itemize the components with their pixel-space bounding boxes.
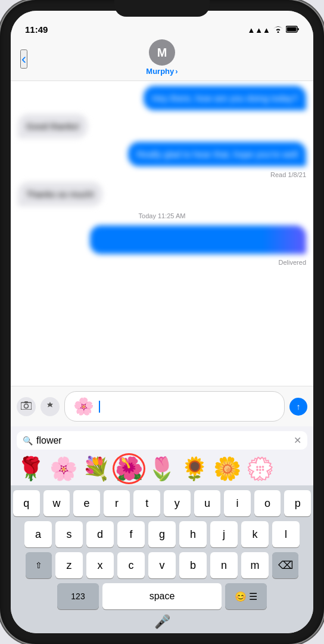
read-receipt: Read 1/8/21 (18, 171, 306, 178)
key-x[interactable]: x (86, 552, 114, 578)
messages-header: ‹ M Murphy › (11, 37, 313, 81)
message-bubble-outgoing-1: Hey there, how are you doing today? (144, 86, 306, 110)
camera-button[interactable] (17, 397, 36, 416)
message-bubble-incoming-1: Good thanks! (18, 114, 88, 138)
keyboard-bottom-row: 123 space 😊 ☰ (13, 583, 311, 609)
search-magnifier-icon: 🔍 (23, 436, 33, 445)
message-row-1: Hey there, how are you doing today? (18, 86, 306, 110)
key-b[interactable]: b (179, 552, 207, 578)
message-row-2: Good thanks! (18, 114, 306, 138)
status-icons: ▲▲▲ (247, 26, 299, 35)
keyboard-row-1: q w e r t y u i o p (13, 490, 311, 516)
key-f[interactable]: f (117, 521, 145, 547)
status-time: 11:49 (25, 24, 48, 35)
back-button[interactable]: ‹ (20, 49, 27, 69)
camera-icon (21, 401, 32, 412)
emoji-keyboard-key[interactable]: 😊 ☰ (225, 583, 267, 609)
emoji-blossom[interactable]: 🌼 (213, 456, 241, 482)
contact-name[interactable]: Murphy › (146, 67, 177, 76)
key-s[interactable]: s (55, 521, 83, 547)
svg-point-3 (24, 404, 29, 408)
key-i[interactable]: i (224, 490, 251, 516)
timestamp-label: Today 11:25 AM (18, 212, 306, 219)
mic-area: 🎤 (13, 612, 311, 631)
emoji-switch-icon: 😊 ☰ (235, 591, 257, 602)
message-row-5 (18, 225, 306, 254)
emoji-results-row: 🌹 🌸 💐 🌺 🌷 🌻 🌼 💮 (11, 452, 313, 485)
emoji-rose[interactable]: 🌹 (17, 456, 45, 482)
key-j[interactable]: j (210, 521, 238, 547)
back-chevron-icon: ‹ (21, 51, 26, 67)
key-k[interactable]: k (241, 521, 269, 547)
emoji-tulip[interactable]: 🌷 (148, 456, 176, 482)
shift-key[interactable]: ⇧ (26, 552, 52, 578)
phone-frame: 11:49 ▲▲▲ ‹ M Murphy › (0, 0, 324, 644)
phone-screen: 11:49 ▲▲▲ ‹ M Murphy › (11, 11, 313, 633)
keyboard: q w e r t y u i o p a s d f g h j k (11, 485, 313, 633)
key-y[interactable]: y (164, 490, 191, 516)
key-q[interactable]: q (13, 490, 40, 516)
key-u[interactable]: u (194, 490, 221, 516)
svg-rect-1 (287, 27, 297, 32)
key-v[interactable]: v (148, 552, 176, 578)
key-n[interactable]: n (210, 552, 238, 578)
chevron-right-icon: › (175, 67, 177, 76)
message-bubble-incoming-2: Thanks so much! (18, 182, 102, 206)
key-o[interactable]: o (254, 490, 281, 516)
appstore-icon (45, 401, 55, 413)
numbers-key[interactable]: 123 (57, 583, 99, 609)
key-h[interactable]: h (179, 521, 207, 547)
message-bubble-outgoing-2: Really glad to hear that, hope you're we… (128, 142, 306, 166)
emoji-sunflower[interactable]: 🌻 (180, 456, 208, 482)
input-area: 🌸 ↑ (11, 386, 313, 426)
flower-emoji-in-input: 🌸 (73, 397, 94, 416)
svg-rect-4 (24, 401, 28, 403)
messages-area: Hey there, how are you doing today? Good… (11, 81, 313, 386)
avatar[interactable]: M (149, 39, 175, 66)
notch (114, 0, 210, 17)
signal-icon: ▲▲▲ (247, 26, 270, 35)
emoji-bouquet[interactable]: 💐 (82, 456, 110, 482)
battery-icon (286, 26, 299, 35)
key-w[interactable]: w (43, 490, 70, 516)
keyboard-row-2: a s d f g h j k l (13, 521, 311, 547)
key-a[interactable]: a (24, 521, 52, 547)
key-g[interactable]: g (148, 521, 176, 547)
apps-button[interactable] (40, 397, 60, 416)
key-r[interactable]: r (104, 490, 130, 516)
keyboard-row-3: ⇧ z x c v b n m ⌫ (13, 552, 311, 578)
key-t[interactable]: t (133, 490, 160, 516)
send-button[interactable]: ↑ (289, 398, 307, 416)
space-key[interactable]: space (102, 583, 222, 609)
key-c[interactable]: c (117, 552, 145, 578)
emoji-search-box[interactable]: 🔍 flower ✕ (17, 431, 307, 450)
emoji-white-flower[interactable]: 💮 (246, 456, 274, 482)
message-row-4: Thanks so much! (18, 182, 306, 206)
emoji-cherry-blossom[interactable]: 🌸 (49, 456, 77, 482)
message-row-3: Really glad to hear that, hope you're we… (18, 142, 306, 166)
key-d[interactable]: d (86, 521, 114, 547)
key-l[interactable]: l (272, 521, 300, 547)
message-bubble-outgoing-3 (90, 225, 306, 254)
send-icon: ↑ (297, 402, 301, 411)
key-z[interactable]: z (55, 552, 83, 578)
emoji-search-area: 🔍 flower ✕ (11, 426, 313, 452)
key-p[interactable]: p (284, 490, 311, 516)
wifi-icon (273, 26, 283, 35)
key-m[interactable]: m (241, 552, 269, 578)
delete-key[interactable]: ⌫ (272, 552, 298, 578)
text-cursor (99, 401, 100, 413)
search-clear-button[interactable]: ✕ (294, 435, 301, 446)
emoji-hibiscus-highlighted[interactable]: 🌺 (115, 456, 143, 482)
message-input[interactable]: 🌸 (64, 391, 285, 422)
key-e[interactable]: e (73, 490, 100, 516)
mic-icon[interactable]: 🎤 (154, 614, 170, 630)
delivered-label: Delivered (18, 259, 306, 266)
search-input-text[interactable]: flower (36, 435, 290, 446)
